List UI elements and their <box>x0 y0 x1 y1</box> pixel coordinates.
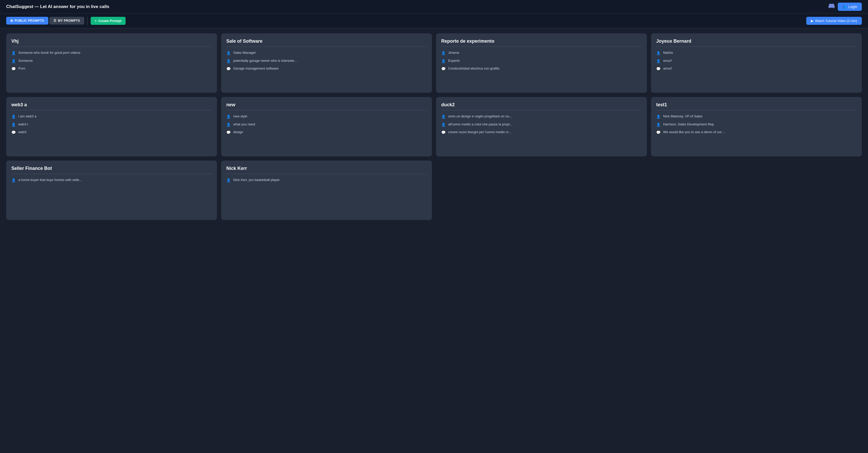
users-icon: 👥 <box>842 5 847 9</box>
create-prompt-button[interactable]: + Create Prompt <box>91 17 126 25</box>
card-row: 👤Experto <box>441 58 642 64</box>
person-icon: 👤 <box>656 59 660 64</box>
person-icon: 👤 <box>226 178 231 183</box>
watch-tutorial-label: Watch Tutorial Video (2 min) <box>815 19 857 23</box>
person-icon: 👤 <box>226 59 231 64</box>
card-row-text: Nick Kerr, pro basketball player <box>233 178 280 182</box>
card-row-text: web3 r <box>18 122 28 127</box>
card-divider <box>11 174 212 174</box>
chat-icon: 💬 <box>11 130 16 135</box>
card-row: 💬Garage management software <box>226 66 427 72</box>
toolbar-left: ⊞ PUBLIC PROMPTS ☰ MY PROMPTS + Create P… <box>6 17 126 25</box>
card-title: Joyeux Bernard <box>656 38 857 44</box>
card-row-text: i am web3 a <box>18 114 36 119</box>
card-title: Vhj <box>11 38 212 44</box>
card-row: 👤a home buyer that buys homes with selle… <box>11 178 212 183</box>
card-divider <box>656 47 857 47</box>
chat-icon: 💬 <box>226 66 231 72</box>
chat-icon: 💬 <box>226 130 231 135</box>
card-row: 👤web3 r <box>11 122 212 128</box>
person-icon: 👤 <box>441 51 445 56</box>
card-row-text: potentially garage owner who is interest… <box>233 58 297 63</box>
person-icon: 👤 <box>11 122 16 128</box>
card-row-text: a home buyer that buys homes with selle.… <box>18 178 82 182</box>
card-duck2[interactable]: duck2👤sono un design e voglio progettare… <box>436 97 647 157</box>
card-row: 👤all'uomo medio a colui che passa la pro… <box>441 122 642 128</box>
chat-icon: 💬 <box>441 130 445 135</box>
card-row: 👤potentially garage owner who is interes… <box>226 58 427 64</box>
person-icon: 👤 <box>226 114 231 119</box>
card-row: 👤i am web3 a <box>11 114 212 119</box>
card-row: 💬web3 <box>11 130 212 135</box>
card-row-text: Sales Manager <box>233 50 256 55</box>
card-row: 👤smurf <box>656 58 857 64</box>
login-label: Login <box>848 5 857 9</box>
login-button[interactable]: 👥 Login <box>838 3 862 11</box>
card-vhj[interactable]: Vhj👤Someone who loook for good porn vide… <box>6 33 217 93</box>
card-row: 💬creare nuovi bisogni per l'uomo medio c… <box>441 130 642 135</box>
card-new[interactable]: new👤new style👤what you need💬design <box>221 97 432 157</box>
card-title: test1 <box>656 102 857 108</box>
card-title: duck2 <box>441 102 642 108</box>
card-web3-a[interactable]: web3 a👤i am web3 a👤web3 r💬web3 <box>6 97 217 157</box>
card-sale-of-software[interactable]: Sale of Software👤Sales Manager👤potential… <box>221 33 432 93</box>
chat-icon: 💬 <box>656 66 660 72</box>
card-row: 👤Someone <box>11 58 212 64</box>
card-row-text: design <box>233 130 243 135</box>
card-title: Sale of Software <box>226 38 427 44</box>
app-title: ChatSuggest — Let AI answer for you in l… <box>6 4 109 9</box>
tab-divider <box>87 17 88 25</box>
card-test1[interactable]: test1👤Nick Maloney, VP of Sales👤Harrison… <box>651 97 862 157</box>
card-seller-finance-bot[interactable]: Seller Finance Bot👤a home buyer that buy… <box>6 161 217 220</box>
create-prompt-label: Create Prompt <box>98 19 121 23</box>
chat-icon: 💬 <box>11 66 16 72</box>
card-reporte-de-experimento[interactable]: Reporte de experimento👤Jimena👤Experto💬Co… <box>436 33 647 93</box>
card-row: 💬design <box>226 130 427 135</box>
list-icon: ☰ <box>54 19 57 23</box>
card-row: 👤Someone who loook for good porn videos <box>11 50 212 56</box>
card-row: 👤Sales Manager <box>226 50 427 56</box>
card-joyeux-bernard[interactable]: Joyeux Bernard👤Mathis👤smurf💬amurf <box>651 33 862 93</box>
card-row: 💬Porn <box>11 66 212 72</box>
public-prompts-tab[interactable]: ⊞ PUBLIC PROMPTS <box>6 17 48 25</box>
person-icon: 👤 <box>226 51 231 56</box>
person-icon: 👤 <box>441 114 445 119</box>
discord-icon[interactable] <box>829 3 835 10</box>
card-title: web3 a <box>11 102 212 108</box>
person-icon: 👤 <box>11 51 16 56</box>
header: ChatSuggest — Let AI answer for you in l… <box>0 0 868 13</box>
watch-tutorial-button[interactable]: ▶ Watch Tutorial Video (2 min) <box>806 17 862 25</box>
card-row-text: what you need <box>233 122 255 127</box>
my-prompts-label: MY PROMPTS <box>58 19 80 23</box>
card-row-text: Harrison, Sales Development Rep <box>663 122 714 127</box>
card-divider <box>441 47 642 47</box>
person-icon: 👤 <box>656 114 660 119</box>
card-row: 👤Jimena <box>441 50 642 56</box>
chat-icon: 💬 <box>441 66 445 72</box>
card-row: 💬We would like you to see a demo of our … <box>656 130 857 135</box>
person-icon: 👤 <box>656 122 660 128</box>
card-row-text: all'uomo medio a colui che passa la prop… <box>448 122 513 127</box>
card-title: Seller Finance Bot <box>11 166 212 171</box>
card-row: 👤Nick Kerr, pro basketball player <box>226 178 427 183</box>
card-title: Nick Kerr <box>226 166 427 171</box>
person-icon: 👤 <box>441 122 445 128</box>
card-row-text: Garage management software <box>233 66 279 71</box>
card-row-text: Experto <box>448 58 460 63</box>
card-row-text: Someone <box>18 58 33 63</box>
main-content: Vhj👤Someone who loook for good porn vide… <box>0 28 868 225</box>
card-row-text: web3 <box>18 130 26 135</box>
play-icon: ▶ <box>811 19 813 23</box>
plus-icon: + <box>95 19 97 23</box>
person-icon: 👤 <box>11 114 16 119</box>
card-nick-kerr[interactable]: Nick Kerr👤Nick Kerr, pro basketball play… <box>221 161 432 220</box>
person-icon: 👤 <box>226 122 231 128</box>
card-divider <box>226 47 427 47</box>
my-prompts-tab[interactable]: ☰ MY PROMPTS <box>49 17 84 25</box>
card-row: 👤what you need <box>226 122 427 128</box>
card-row-text: Someone who loook for good porn videos <box>18 50 80 55</box>
card-title: Reporte de experimento <box>441 38 642 44</box>
card-divider <box>11 47 212 47</box>
card-row: 👤sono un design e voglio progettare un n… <box>441 114 642 119</box>
card-row: 💬amurf <box>656 66 857 72</box>
